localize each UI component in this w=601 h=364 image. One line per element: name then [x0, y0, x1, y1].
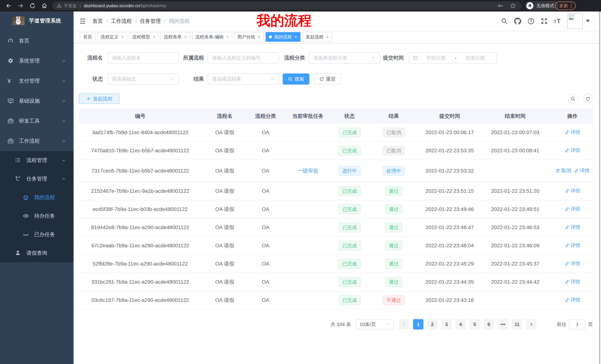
- avatar-caret-icon[interactable]: [586, 20, 590, 23]
- sidebar-item-workflow[interactable]: 工作流程: [0, 131, 74, 151]
- process-name-input[interactable]: 请输入流程名: [107, 52, 179, 63]
- app-logo[interactable]: 芋道管理系统: [0, 11, 74, 30]
- reset-button[interactable]: 重置: [314, 74, 341, 85]
- tab-process-def[interactable]: 流程定义×: [97, 32, 127, 42]
- detail-link[interactable]: 详情: [565, 242, 580, 249]
- task-link[interactable]: 一级审批: [298, 168, 318, 174]
- process-def-input[interactable]: 请输入流程定义的编号: [208, 52, 279, 63]
- goto-label: 前往: [557, 321, 566, 328]
- reload-icon[interactable]: [29, 3, 36, 9]
- close-icon[interactable]: ×: [258, 34, 260, 39]
- sidebar-item-label: 工作流程: [19, 137, 40, 144]
- refresh-icon[interactable]: [583, 94, 593, 104]
- forward-icon[interactable]: [18, 3, 24, 9]
- search-icon[interactable]: [501, 18, 508, 25]
- close-icon[interactable]: ×: [184, 34, 187, 39]
- detail-link[interactable]: 详情: [565, 129, 580, 135]
- github-icon[interactable]: [514, 18, 521, 25]
- sidebar-item-done-tasks[interactable]: 已办任务: [0, 225, 74, 244]
- sidebar-item-leave-query[interactable]: 请假查询: [0, 244, 74, 262]
- home-icon[interactable]: [41, 3, 48, 9]
- breadcrumb-item[interactable]: 任务管理: [140, 18, 161, 25]
- detail-link[interactable]: 详情: [565, 206, 580, 212]
- page-button-2[interactable]: 2: [427, 319, 438, 329]
- menu-kebab-icon[interactable]: [571, 3, 572, 8]
- bookmark-star-icon[interactable]: [510, 3, 516, 9]
- sidebar-item-task-mgmt[interactable]: 任务管理: [0, 170, 74, 188]
- close-icon[interactable]: ×: [226, 34, 229, 39]
- breadcrumb-item[interactable]: 工作流程: [111, 18, 132, 25]
- sidebar-item-system[interactable]: 系统管理: [0, 51, 74, 71]
- detail-link[interactable]: 详情: [565, 260, 580, 267]
- page-button-1[interactable]: 1: [413, 319, 423, 329]
- next-page-button[interactable]: [526, 319, 536, 329]
- active-tab-dot: [269, 35, 272, 38]
- cell-id: 67c2eaab-7b9a-11ec-a290-acde48001122: [79, 243, 202, 249]
- search-button[interactable]: 搜索: [283, 74, 310, 85]
- result-tag: 处理中: [383, 166, 405, 176]
- tab-process-form[interactable]: 流程表单×: [160, 32, 190, 42]
- calendar-icon: [413, 55, 418, 60]
- detail-link[interactable]: 详情: [565, 278, 580, 285]
- url-bar[interactable]: 不安全 dashboard.yudao.iocoder.cn/bpm/task/…: [52, 1, 521, 10]
- page-button-5[interactable]: 5: [470, 319, 480, 329]
- page-button-4[interactable]: 4: [455, 319, 466, 329]
- hamburger-icon[interactable]: [79, 18, 86, 25]
- sidebar-item-my-process[interactable]: 我的流程: [0, 188, 74, 207]
- update-button[interactable]: 更新: [555, 1, 576, 10]
- page-size-select[interactable]: 10条/页: [356, 319, 393, 329]
- close-icon[interactable]: ×: [295, 34, 297, 39]
- create-process-button[interactable]: 发起流程: [79, 94, 120, 104]
- status-select[interactable]: 请选择状态: [107, 74, 179, 85]
- page-button-6[interactable]: 6: [484, 319, 494, 329]
- sidebar-item-infra[interactable]: 基础设施: [0, 91, 74, 111]
- tab-process-form-edit[interactable]: 流程表单-编辑×: [192, 32, 232, 42]
- sidebar-item-process-mgmt[interactable]: 流程管理: [0, 151, 74, 170]
- avatar[interactable]: [567, 13, 583, 29]
- back-icon[interactable]: [6, 3, 12, 9]
- detail-link[interactable]: 详情: [565, 188, 580, 194]
- help-icon[interactable]: [527, 18, 534, 25]
- page-button-3[interactable]: 3: [441, 319, 452, 329]
- breadcrumb-item[interactable]: 首页: [92, 18, 103, 25]
- prev-page-button[interactable]: [399, 319, 409, 329]
- detail-link[interactable]: 详情: [574, 167, 590, 174]
- cell-id: 52ffd28e-7b9a-11ec-a290-acde48001122: [79, 261, 202, 267]
- key-icon[interactable]: [497, 3, 503, 9]
- cancel-link[interactable]: 取消: [555, 167, 571, 174]
- edit-icon: [565, 148, 570, 153]
- sidebar-item-payment[interactable]: ¥支付管理: [0, 71, 74, 91]
- close-icon[interactable]: ×: [326, 34, 329, 39]
- tab-process-model[interactable]: 流程模型×: [129, 32, 159, 42]
- result-select[interactable]: 请选择流结果: [208, 74, 279, 85]
- fullscreen-icon[interactable]: [541, 18, 548, 25]
- goto-page-input[interactable]: 1: [569, 319, 585, 329]
- table-row: 819442e8-7b9a-11ec-a290-acde48001122OA 请…: [79, 219, 593, 237]
- table-row: 3ad174fb-7b9d-11ec-8404-acde48001122OA 请…: [79, 124, 593, 142]
- show-search-icon[interactable]: [568, 94, 578, 104]
- date-range-picker[interactable]: 开始日期 - 结束日期: [409, 52, 497, 63]
- tab-my-process[interactable]: 我的流程×: [266, 32, 300, 42]
- category-select[interactable]: 请选择流程分类: [309, 52, 380, 63]
- sidebar-item-todo-tasks[interactable]: 待办任务: [0, 207, 74, 225]
- detail-link[interactable]: 详情: [565, 224, 580, 230]
- close-icon[interactable]: ×: [121, 34, 124, 39]
- cell-category: OA: [248, 148, 283, 153]
- detail-link[interactable]: 详情: [565, 147, 580, 153]
- tab-user-group[interactable]: 用户分组×: [234, 32, 264, 42]
- chevron-down-icon: [386, 322, 390, 326]
- font-size-icon[interactable]: TT: [554, 18, 561, 25]
- close-icon[interactable]: ×: [153, 34, 155, 39]
- sidebar-item-home[interactable]: 首页: [0, 31, 74, 51]
- detail-link[interactable]: 详情: [565, 297, 580, 303]
- end-date-placeholder[interactable]: 结束日期: [457, 55, 493, 61]
- window-scrollbar[interactable]: [599, 11, 601, 364]
- page-button-11[interactable]: 11: [512, 319, 522, 329]
- page-ellipsis[interactable]: •••: [498, 319, 508, 329]
- sidebar-item-devtools[interactable]: 研发工具: [0, 111, 74, 131]
- tab-home[interactable]: 首页: [80, 32, 95, 42]
- cell-end-time: 2022-01-23 00:08:41: [478, 148, 552, 153]
- filter-status-label: 状态: [79, 76, 103, 83]
- tab-start-process[interactable]: 发起流程×: [302, 32, 332, 42]
- start-date-placeholder[interactable]: 开始日期: [418, 55, 454, 61]
